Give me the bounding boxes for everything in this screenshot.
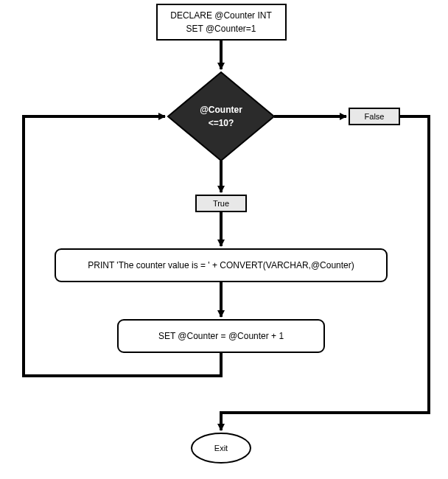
- node-exit: Exit: [192, 433, 251, 463]
- decision-line2: <=10?: [209, 118, 234, 128]
- declare-line1: DECLARE @Counter INT: [170, 10, 272, 21]
- decision-line1: @Counter: [200, 105, 242, 115]
- declare-line2: SET @Counter=1: [186, 24, 256, 34]
- node-false: False: [349, 108, 399, 125]
- false-text: False: [365, 112, 385, 121]
- exit-text: Exit: [214, 444, 228, 452]
- node-decision: @Counter <=10?: [168, 72, 274, 161]
- svg-marker-1: [168, 72, 274, 161]
- increment-text: SET @Counter = @Counter + 1: [158, 331, 284, 341]
- flowchart: DECLARE @Counter INT SET @Counter=1 @Cou…: [0, 0, 448, 479]
- true-text: True: [213, 199, 229, 208]
- node-print: PRINT 'The counter value is = ' + CONVER…: [55, 249, 387, 282]
- node-true: True: [196, 195, 246, 211]
- print-text: PRINT 'The counter value is = ' + CONVER…: [88, 260, 354, 270]
- node-declare: DECLARE @Counter INT SET @Counter=1: [157, 4, 286, 40]
- node-increment: SET @Counter = @Counter + 1: [118, 320, 324, 352]
